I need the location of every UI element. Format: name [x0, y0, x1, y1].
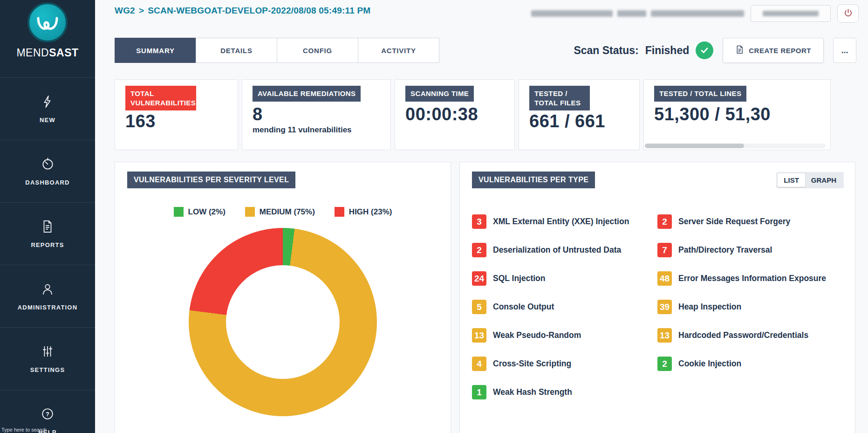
report-doc-icon — [735, 45, 744, 55]
severity-legend: LOW (2%) MEDIUM (75%) HIGH (23%) — [115, 207, 451, 217]
breadcrumb-scan-name: SCAN-WEBGOAT-DEVELOP-2022/08/08 05:49:11… — [148, 6, 370, 16]
scan-status-value: Finished — [645, 44, 690, 57]
type-item[interactable]: 5 Console Output — [472, 300, 657, 314]
sidebar: MENDSAST NEW DASHBOARD REPORTS ADMINISTR… — [0, 0, 95, 433]
legend-label: HIGH (23%) — [349, 207, 392, 217]
count-badge: 24 — [472, 271, 486, 286]
sidebar-item-label: REPORTS — [31, 241, 64, 248]
type-item[interactable]: 2 Cookie Injection — [657, 357, 855, 371]
sidebar-item-dashboard[interactable]: DASHBOARD — [0, 140, 95, 202]
card-tested-total-files: TESTED / TOTAL FILES 661 / 661 — [519, 79, 640, 150]
card-subtext: mending 11 vulnerabilities — [253, 125, 390, 135]
type-label: Weak Hash Strength — [493, 387, 572, 397]
type-item[interactable]: 3 XML External Entity (XXE) Injection — [472, 214, 657, 229]
actions-row: Scan Status: Finished CREATE REPORT ... — [574, 38, 856, 63]
card-label-badge: SCANNING TIME — [405, 86, 474, 102]
count-badge: 13 — [472, 328, 486, 343]
toggle-graph[interactable]: GRAPH — [805, 173, 842, 187]
card-tested-total-lines: TESTED / TOTAL LINES 51,300 / 51,30 — [643, 79, 831, 150]
card-value: 00:00:38 — [405, 104, 514, 124]
card-label-badge: AVAILABLE REMEDIATIONS — [253, 86, 361, 102]
types-panel-header: VULNERABILITIES PER TYPE LIST GRAPH — [472, 172, 844, 188]
main-content: WG2 > SCAN-WEBGOAT-DEVELOP-2022/08/08 05… — [95, 0, 868, 433]
sliders-icon — [41, 344, 55, 360]
type-label: SQL Injection — [493, 274, 545, 283]
legend-label: MEDIUM (75%) — [260, 207, 315, 217]
more-options-button[interactable]: ... — [833, 38, 856, 63]
breadcrumb-separator: > — [139, 6, 144, 16]
sidebar-item-administration[interactable]: ADMINISTRATION — [0, 265, 95, 327]
count-badge: 4 — [472, 357, 486, 371]
high-swatch-icon — [335, 207, 344, 217]
brand-name-bold: SAST — [49, 47, 78, 59]
legend-item-high: HIGH (23%) — [335, 207, 392, 217]
type-item[interactable]: 39 Heap Inspection — [657, 300, 855, 314]
types-panel-title: VULNERABILITIES PER TYPE — [472, 172, 595, 188]
tab-config[interactable]: CONFIG — [277, 38, 358, 63]
redacted-text — [763, 11, 819, 16]
type-label: Server Side Request Forgery — [678, 217, 790, 227]
lightning-icon — [41, 95, 55, 110]
power-icon — [843, 8, 853, 19]
card-label-badge: TESTED / TOTAL LINES — [654, 86, 746, 102]
stat-cards: TOTAL VULNERABILITIES 163 AVAILABLE REME… — [115, 79, 831, 150]
brand[interactable]: MENDSAST — [0, 0, 95, 77]
mend-logo-icon — [27, 2, 68, 42]
redacted-text — [651, 10, 744, 17]
scrollbar-thumb[interactable] — [645, 144, 744, 148]
tab-details[interactable]: DETAILS — [196, 38, 277, 63]
card-horizontal-scrollbar[interactable] — [645, 144, 826, 148]
count-badge: 2 — [472, 243, 486, 257]
type-item[interactable]: 13 Hardcoded Password/Credentials — [657, 328, 855, 343]
count-badge: 7 — [657, 243, 672, 257]
create-report-button[interactable]: CREATE REPORT — [723, 38, 824, 63]
type-item[interactable]: 1 Weak Hash Strength — [472, 385, 657, 399]
check-circle-icon — [696, 41, 713, 59]
card-available-remediations: AVAILABLE REMEDIATIONS 8 mending 11 vuln… — [242, 79, 391, 150]
sidebar-item-new[interactable]: NEW — [0, 77, 95, 140]
severity-panel: VULNERABILITIES PER SEVERITY LEVEL LOW (… — [115, 162, 451, 433]
severity-donut[interactable] — [189, 228, 377, 416]
breadcrumb-project-link[interactable]: WG2 — [115, 6, 135, 16]
type-label: Cross-Site Scripting — [493, 359, 571, 369]
type-item[interactable]: 24 SQL Injection — [472, 271, 657, 286]
breadcrumb: WG2 > SCAN-WEBGOAT-DEVELOP-2022/08/08 05… — [115, 6, 370, 16]
card-total-vulnerabilities: TOTAL VULNERABILITIES 163 — [115, 79, 238, 150]
card-label-badge: TOTAL VULNERABILITIES — [125, 86, 196, 110]
count-badge: 13 — [657, 328, 672, 343]
count-badge: 2 — [657, 214, 672, 229]
tab-summary[interactable]: SUMMARY — [115, 38, 196, 63]
card-value: 51,300 / 51,30 — [654, 104, 830, 124]
count-badge: 1 — [472, 385, 486, 399]
type-label: XML External Entity (XXE) Injection — [493, 217, 629, 227]
type-label: Error Messages Information Exposure — [678, 274, 826, 283]
user-icon — [41, 282, 55, 298]
type-label: Console Output — [493, 302, 554, 312]
account-selector[interactable] — [751, 5, 831, 22]
type-label: Hardcoded Password/Credentials — [678, 330, 808, 340]
types-panel: VULNERABILITIES PER TYPE LIST GRAPH 3 XM… — [459, 162, 855, 433]
type-item[interactable]: 48 Error Messages Information Exposure — [657, 271, 855, 286]
create-report-label: CREATE REPORT — [749, 47, 811, 55]
sidebar-item-settings[interactable]: SETTINGS — [0, 327, 95, 390]
type-item[interactable]: 7 Path/Directory Traversal — [657, 243, 855, 257]
scan-status: Scan Status: Finished — [574, 41, 713, 59]
card-value: 661 / 661 — [529, 111, 639, 131]
type-item[interactable]: 13 Weak Pseudo-Random — [472, 328, 657, 343]
legend-label: LOW (2%) — [188, 207, 226, 217]
logout-button[interactable] — [837, 4, 859, 23]
toggle-list[interactable]: LIST — [778, 173, 805, 187]
search-hint[interactable]: Type here to search — [1, 427, 47, 433]
sidebar-item-reports[interactable]: REPORTS — [0, 202, 95, 265]
type-item[interactable]: 2 Deserialization of Untrusted Data — [472, 243, 657, 257]
report-icon — [41, 220, 55, 235]
redacted-text — [617, 10, 646, 17]
sidebar-item-label: DASHBOARD — [25, 179, 69, 186]
type-item[interactable]: 4 Cross-Site Scripting — [472, 357, 657, 371]
card-scanning-time: SCANNING TIME 00:00:38 — [395, 79, 515, 150]
type-item[interactable]: 2 Server Side Request Forgery — [657, 214, 855, 229]
sidebar-nav: NEW DASHBOARD REPORTS ADMINISTRATION SET… — [0, 77, 95, 433]
severity-panel-title: VULNERABILITIES PER SEVERITY LEVEL — [127, 172, 295, 188]
tab-activity[interactable]: ACTIVITY — [358, 38, 439, 63]
count-badge: 48 — [657, 271, 672, 286]
